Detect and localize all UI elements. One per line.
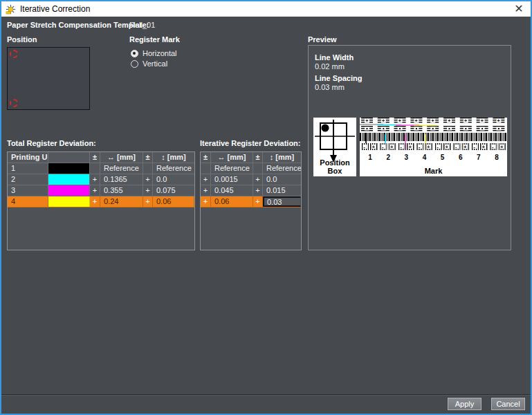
h-value-cell[interactable]: 0.24 <box>100 196 143 207</box>
svg-text:+: + <box>481 118 484 123</box>
col-vertical-mm: ↕ [mm] <box>153 152 194 163</box>
cancel-button[interactable]: Cancel <box>491 398 525 410</box>
total-table-title: Total Register Deviation: <box>7 139 96 147</box>
radio-horizontal[interactable]: Horizontal <box>131 48 177 58</box>
line-spacing-value: 0.03 mm <box>315 83 345 91</box>
h-value-cell[interactable]: 0.06 <box>211 196 253 207</box>
v-plus-button[interactable]: + <box>143 196 153 207</box>
position-marker-bottom-left[interactable] <box>10 99 18 107</box>
iterative-correction-dialog: Iterative Correction ✕ Paper Stretch Com… <box>0 0 532 415</box>
color-swatch <box>48 185 90 196</box>
svg-text:+: + <box>464 118 467 123</box>
unit-cell[interactable]: 2 <box>8 174 48 185</box>
v-value-cell[interactable]: 0.015 <box>263 185 301 196</box>
v-value-cell[interactable]: 0.075 <box>153 185 194 196</box>
radio-vertical-icon[interactable] <box>131 60 138 68</box>
h-value-cell[interactable]: 0.0015 <box>211 174 253 185</box>
iterative-table-title: Iterative Register Deviation: <box>200 139 301 147</box>
svg-text:+: + <box>500 145 503 149</box>
mark-preview: + + + + <box>360 118 507 176</box>
v-value-cell[interactable]: Reference <box>153 163 194 174</box>
line-width-value: 0.02 mm <box>315 62 345 71</box>
h-value-cell[interactable]: 0.355 <box>100 185 143 196</box>
title-bar: Iterative Correction ✕ <box>1 1 531 17</box>
svg-text:+: + <box>446 145 448 149</box>
mark-scale-numbers: 1 2 3 4 5 6 7 8 <box>361 154 506 162</box>
close-icon[interactable]: ✕ <box>507 1 531 17</box>
v-plus-button[interactable]: + <box>253 196 263 207</box>
table-row[interactable]: 2 + 0.1365 + 0.0 <box>8 174 194 185</box>
line-width-label: Line Width <box>315 53 354 62</box>
svg-text:+: + <box>409 145 412 149</box>
mark-number: 7 <box>470 154 488 162</box>
position-box[interactable] <box>7 47 90 110</box>
radio-horizontal-icon[interactable] <box>131 50 138 57</box>
h-value-cell[interactable]: 0.1365 <box>100 174 143 185</box>
v-value-cell[interactable]: 0.06 <box>153 196 194 207</box>
register-mark-options: Horizontal Vertical <box>131 48 177 69</box>
table-row-selected[interactable]: + 0.06 + 0.03 <box>201 196 301 208</box>
svg-text:+: + <box>431 118 434 123</box>
svg-text:+: + <box>382 118 385 123</box>
unit-cell[interactable]: 3 <box>8 185 48 196</box>
v-value-edit-cell[interactable]: 0.03 <box>263 196 301 207</box>
mark-number: 8 <box>488 154 506 162</box>
v-plus-button[interactable]: + <box>143 174 153 185</box>
mark-number: 2 <box>379 154 397 162</box>
mark-number: 5 <box>434 154 452 162</box>
v-plus-button[interactable]: + <box>143 185 153 196</box>
h-plus-button[interactable]: + <box>90 185 100 196</box>
col-printing-unit: Printing U... <box>8 152 48 163</box>
table-row[interactable]: Reference Reference <box>201 163 301 174</box>
unit-cell[interactable]: 1 <box>8 163 48 174</box>
v-value-cell[interactable]: 0.0 <box>263 174 301 185</box>
svg-text:+: + <box>365 118 368 123</box>
v-plus-button[interactable] <box>253 163 263 174</box>
preview-label: Preview <box>308 35 337 44</box>
h-plus-button[interactable] <box>90 163 100 174</box>
window-title: Iterative Correction <box>20 4 90 14</box>
svg-text:+: + <box>390 145 393 149</box>
h-plus-button[interactable]: + <box>201 174 211 185</box>
position-box-preview: Position Box <box>313 118 356 176</box>
h-plus-button[interactable]: + <box>201 196 211 207</box>
color-swatch <box>48 196 90 207</box>
table-header-row: Printing U... ± ↔ [mm] ± ↕ [mm] <box>8 152 194 163</box>
table-row-selected[interactable]: 4 + 0.24 + 0.06 <box>8 196 194 208</box>
v-plus-button[interactable]: + <box>253 174 263 185</box>
table-row[interactable]: 1 Reference Reference <box>8 163 194 174</box>
table-row[interactable]: + 0.045 + 0.015 <box>201 185 301 196</box>
svg-text:+: + <box>372 145 375 149</box>
h-plus-button[interactable] <box>201 163 211 174</box>
v-plus-button[interactable] <box>143 163 153 174</box>
mark-graphic: + + + + <box>360 118 507 152</box>
h-plus-button[interactable]: + <box>201 185 211 196</box>
template-value: Roll_01 <box>129 21 155 29</box>
h-plus-button[interactable]: + <box>90 196 100 207</box>
unit-cell[interactable]: 4 <box>8 196 48 207</box>
table-row[interactable]: + 0.0015 + 0.0 <box>201 174 301 185</box>
radio-vertical[interactable]: Vertical <box>131 59 177 68</box>
mark-number: 4 <box>415 154 433 162</box>
v-value-cell[interactable]: 0.0 <box>153 174 194 185</box>
col-horizontal-mm: ↔ [mm] <box>100 152 143 163</box>
total-register-deviation-table: Printing U... ± ↔ [mm] ± ↕ [mm] 1 Refere… <box>7 151 195 250</box>
h-value-cell[interactable]: 0.045 <box>211 185 253 196</box>
h-value-cell[interactable]: Reference <box>100 163 143 174</box>
iterative-register-deviation-table: ± ↔ [mm] ± ↕ [mm] Reference Reference + … <box>200 151 302 250</box>
position-box-caption: Position Box <box>313 158 356 175</box>
h-plus-button[interactable]: + <box>90 174 100 185</box>
color-swatch <box>48 163 90 174</box>
apply-button[interactable]: Apply <box>448 398 481 410</box>
col-plusminus-h: ± <box>90 152 100 163</box>
preview-panel: Line Width 0.02 mm Line Spacing 0.03 mm … <box>308 45 511 250</box>
v-value-cell[interactable]: Reference <box>263 163 301 174</box>
col-plusminus-h: ± <box>201 152 211 163</box>
v-plus-button[interactable]: + <box>253 185 263 196</box>
position-marker-top-left[interactable] <box>10 50 18 58</box>
radio-horizontal-label: Horizontal <box>143 49 177 57</box>
line-spacing-label: Line Spacing <box>315 74 362 82</box>
table-row[interactable]: 3 + 0.355 + 0.075 <box>8 185 194 196</box>
h-value-cell[interactable]: Reference <box>211 163 253 174</box>
mark-number: 3 <box>397 154 415 162</box>
